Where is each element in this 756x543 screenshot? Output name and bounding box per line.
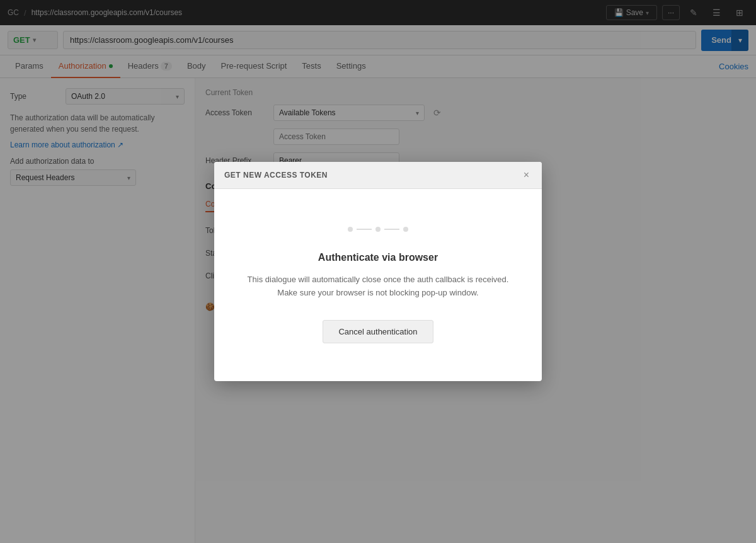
modal-loader (239, 227, 517, 232)
loader-line (357, 229, 372, 230)
loader-dot-2 (375, 227, 381, 232)
loader-dot-3 (403, 227, 408, 232)
modal: GET NEW ACCESS TOKEN × Authenticate via … (214, 162, 542, 381)
loader-animation (348, 227, 408, 232)
modal-body: Authenticate via browser This dialogue w… (214, 189, 542, 381)
modal-title: GET NEW ACCESS TOKEN (224, 171, 328, 180)
loader-line-2 (384, 229, 399, 230)
modal-overlay[interactable]: GET NEW ACCESS TOKEN × Authenticate via … (0, 0, 756, 543)
modal-close-button[interactable]: × (521, 169, 532, 181)
cancel-authentication-button[interactable]: Cancel authentication (323, 320, 433, 343)
modal-main-title: Authenticate via browser (239, 252, 517, 263)
modal-description: This dialogue will automatically close o… (239, 273, 517, 300)
modal-header: GET NEW ACCESS TOKEN × (214, 162, 542, 189)
loader-dot-1 (348, 227, 353, 232)
